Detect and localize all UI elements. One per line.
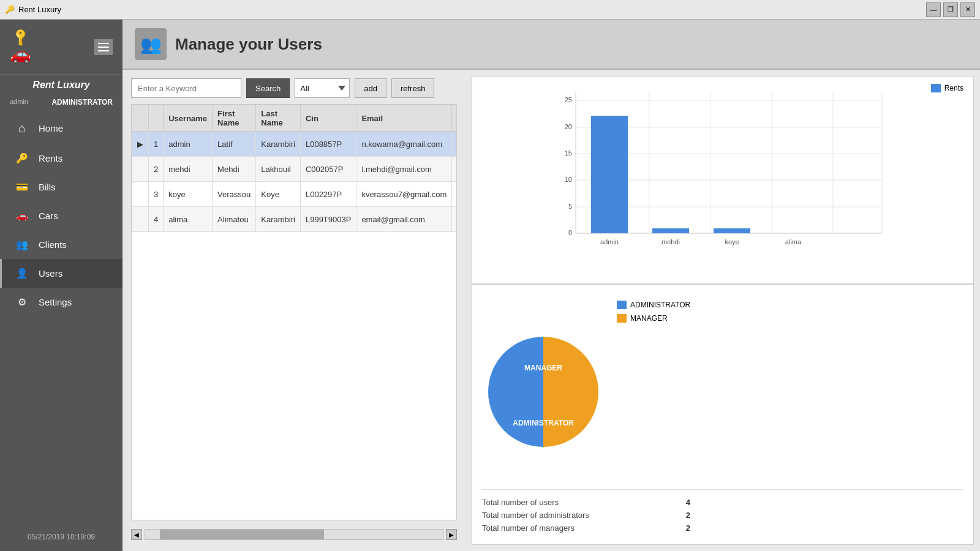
data-table-wrapper: Username First Name Last Name Cin Email … [131, 104, 457, 520]
sidebar-item-rents-label: Rents [39, 153, 62, 163]
rents-icon: 🔑 [14, 152, 30, 164]
col-lastname: Last Name [256, 105, 301, 132]
cell-phone: +212 069- [452, 157, 457, 182]
cars-icon: 🚗 [14, 210, 30, 222]
datetime-display: 05/21/2019 10:19:09 [28, 533, 95, 541]
table-row[interactable]: 2 mehdi Mehdi Lakhouil C002057P l.mehdi@… [132, 157, 458, 182]
svg-text:10: 10 [565, 176, 572, 183]
cell-firstname: Alimatou [213, 207, 256, 232]
search-input[interactable] [131, 78, 241, 98]
settings-icon: ⚙ [14, 296, 30, 308]
svg-text:0: 0 [568, 229, 572, 236]
col-num [149, 105, 164, 132]
table-row[interactable]: 4 alima Alimatou Karambiri L999T9003P em… [132, 207, 458, 232]
content-area: Search All add refresh Userna [123, 70, 980, 551]
sidebar-item-home-label: Home [39, 123, 63, 133]
cell-email: email@gmail.com [356, 207, 452, 232]
sidebar-item-rents[interactable]: 🔑 Rents [0, 144, 123, 173]
sidebar-logo: 🔑 🚗 [10, 29, 31, 64]
search-button[interactable]: Search [246, 78, 290, 98]
filter-select[interactable]: All [295, 78, 350, 98]
refresh-button[interactable]: refresh [391, 78, 434, 98]
title-bar: 🔑 Rent Luxury — ❐ ✕ [0, 0, 980, 20]
cell-phone: +212 691- [452, 132, 457, 157]
cell-email: l.mehdi@gmail.com [356, 157, 452, 182]
hamburger-button[interactable] [94, 39, 113, 55]
svg-text:admin: admin [600, 238, 619, 246]
user-role-label: ADMINISTRATOR [51, 98, 113, 107]
row-num: 3 [149, 182, 164, 207]
cell-email: n.kowama@gmail.com [356, 132, 452, 157]
minimize-button[interactable]: — [926, 2, 941, 17]
total-users-label: Total number of users [482, 498, 559, 507]
svg-text:alima: alima [785, 238, 802, 246]
total-users-value: 4 [686, 498, 690, 507]
pie-legend-administrator: ADMINISTRATOR [617, 301, 690, 309]
pie-area: MANAGER ADMINISTRATOR ADMINISTRATOR MANA… [482, 294, 963, 489]
sidebar-item-bills[interactable]: 💳 Bills [0, 173, 123, 201]
row-num: 2 [149, 157, 164, 182]
cell-username: koye [164, 182, 213, 207]
scroll-thumb[interactable] [160, 530, 323, 539]
cell-firstname: Latif [213, 132, 256, 157]
app-icon: 🔑 [5, 5, 15, 14]
svg-text:15: 15 [565, 149, 572, 157]
cell-cin: L008857P [300, 132, 356, 157]
sidebar-item-home[interactable]: ⌂ Home [0, 113, 123, 144]
sidebar-item-users[interactable]: 👤 Users [0, 259, 123, 288]
cell-lastname: Koye [256, 182, 301, 207]
sidebar-item-clients-label: Clients [39, 239, 67, 250]
row-indicator [132, 182, 149, 207]
sidebar-item-users-label: Users [39, 268, 62, 279]
bar-admin [591, 116, 628, 233]
maximize-button[interactable]: ❐ [943, 2, 958, 17]
col-phone: Phone [452, 105, 457, 132]
pie-legend-manager-color [617, 314, 627, 323]
stat-row-total-admins: Total number of administrators 2 [482, 509, 690, 522]
sidebar-nav: ⌂ Home 🔑 Rents 💳 Bills 🚗 Cars 👥 Clients … [0, 113, 123, 317]
svg-text:mehdi: mehdi [662, 238, 680, 246]
col-username: Username [164, 105, 213, 132]
app-container: 🔑 🚗 Rent Luxury admin ADMINISTRATOR ⌂ Ho… [0, 20, 980, 551]
user-name-label: admin [10, 98, 28, 107]
sidebar-footer: 05/21/2019 10:19:09 [0, 523, 123, 551]
add-button[interactable]: add [355, 78, 386, 98]
cell-phone: +212 333- [452, 207, 457, 232]
user-info: admin ADMINISTRATOR [0, 96, 123, 113]
svg-text:5: 5 [568, 203, 572, 210]
sidebar-item-bills-label: Bills [39, 182, 56, 192]
main-content: 👥 Manage your Users Search All add refre… [123, 20, 980, 551]
cell-username: admin [164, 132, 213, 157]
sidebar-item-cars[interactable]: 🚗 Cars [0, 201, 123, 230]
bar-chart-svg: 0 5 10 15 20 25 [482, 86, 963, 258]
scroll-track[interactable] [145, 529, 443, 540]
data-table: Username First Name Last Name Cin Email … [132, 105, 457, 232]
scroll-right-button[interactable]: ▶ [446, 529, 457, 540]
page-header: 👥 Manage your Users [123, 20, 980, 70]
horizontal-scrollbar[interactable]: ◀ ▶ [131, 527, 457, 542]
close-button[interactable]: ✕ [960, 2, 975, 17]
title-bar-controls: — ❐ ✕ [926, 2, 975, 17]
row-num: 4 [149, 207, 164, 232]
sidebar-item-clients[interactable]: 👥 Clients [0, 230, 123, 259]
legend-rents-label: Rents [944, 84, 963, 92]
pie-legend-manager: MANAGER [617, 314, 690, 323]
page-header-icon: 👥 [135, 28, 167, 60]
cell-lastname: Karambiri [256, 132, 301, 157]
col-indicator [132, 105, 149, 132]
bar-chart-container: Rents 0 5 [472, 76, 974, 284]
svg-text:20: 20 [565, 123, 572, 130]
cell-cin: L002297P [300, 182, 356, 207]
table-row[interactable]: 3 koye Verassou Koye L002297P kverassou7… [132, 182, 458, 207]
scroll-left-button[interactable]: ◀ [131, 529, 142, 540]
table-row[interactable]: ▶ 1 admin Latif Karambiri L008857P n.kow… [132, 132, 458, 157]
sidebar-item-settings[interactable]: ⚙ Settings [0, 288, 123, 317]
title-bar-title: Rent Luxury [18, 5, 61, 14]
cell-cin: L999T9003P [300, 207, 356, 232]
clients-icon: 👥 [14, 239, 30, 250]
pie-segment-administrator [488, 337, 543, 447]
cell-lastname: Karambiri [256, 207, 301, 232]
stat-row-total-users: Total number of users 4 [482, 496, 690, 509]
bar-chart-legend: Rents [931, 84, 963, 92]
hamburger-line-3 [98, 50, 109, 51]
